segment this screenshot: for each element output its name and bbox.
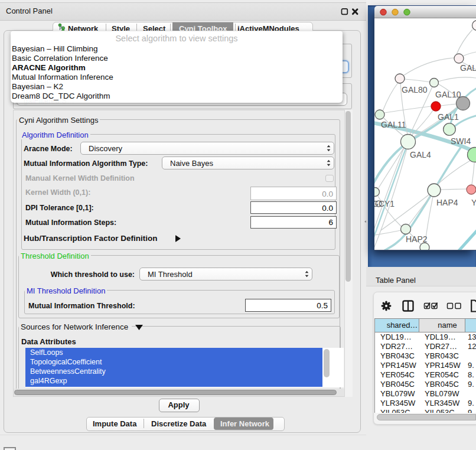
svg-text:GAL4: GAL4 [410, 150, 431, 159]
svg-text:GAL11: GAL11 [381, 120, 406, 129]
svg-text:SWI4: SWI4 [451, 136, 471, 146]
svg-text:GAL1: GAL1 [438, 112, 459, 122]
svg-text:HAP2: HAP2 [406, 234, 428, 244]
svg-text:GAL10: GAL10 [435, 90, 461, 99]
svg-text:GAL80: GAL80 [402, 85, 428, 94]
svg-text:GAL: GAL [460, 63, 476, 73]
svg-text:HAP4: HAP4 [436, 198, 458, 207]
svg-text:GCY1: GCY1 [374, 199, 395, 208]
svg-text:Y: Y [471, 198, 476, 207]
